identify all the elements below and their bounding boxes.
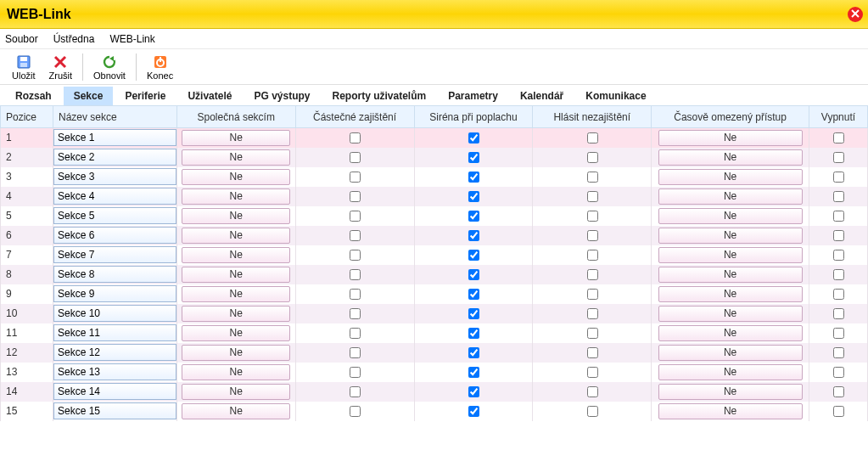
common-sections-button[interactable]: Ne xyxy=(182,345,290,361)
common-sections-button[interactable]: Ne xyxy=(182,267,290,283)
col-nazev[interactable]: Název sekce xyxy=(53,106,176,128)
col-pozice[interactable]: Pozice xyxy=(1,106,53,128)
disable-checkbox[interactable] xyxy=(833,289,844,300)
time-limited-access-button[interactable]: Ne xyxy=(658,247,803,263)
section-name-input[interactable] xyxy=(53,383,176,400)
refresh-button[interactable]: Obnovit xyxy=(87,52,132,82)
time-limited-access-button[interactable]: Ne xyxy=(658,149,803,166)
disable-checkbox[interactable] xyxy=(833,172,844,183)
siren-alarm-checkbox[interactable] xyxy=(468,367,479,378)
table-row[interactable]: 11NeNe xyxy=(1,323,868,343)
report-unarmed-checkbox[interactable] xyxy=(587,250,598,261)
time-limited-access-button[interactable]: Ne xyxy=(658,364,803,380)
disable-checkbox[interactable] xyxy=(833,230,844,241)
tab-parametry[interactable]: Parametry xyxy=(438,87,508,105)
section-name-input[interactable] xyxy=(53,344,176,361)
siren-alarm-checkbox[interactable] xyxy=(468,230,479,241)
partial-arm-checkbox[interactable] xyxy=(350,230,361,241)
common-sections-button[interactable]: Ne xyxy=(182,247,290,263)
section-name-input[interactable] xyxy=(53,324,176,341)
time-limited-access-button[interactable]: Ne xyxy=(658,286,803,302)
section-name-input[interactable] xyxy=(53,168,176,185)
report-unarmed-checkbox[interactable] xyxy=(587,367,598,378)
time-limited-access-button[interactable]: Ne xyxy=(658,188,803,205)
report-unarmed-checkbox[interactable] xyxy=(587,406,598,417)
menu-item-soubor[interactable]: Soubor xyxy=(5,33,38,45)
table-row[interactable]: 4NeNe xyxy=(1,187,868,206)
table-row[interactable]: 12NeNe xyxy=(1,343,868,363)
time-limited-access-button[interactable]: Ne xyxy=(658,130,803,146)
section-name-input[interactable] xyxy=(53,149,176,166)
partial-arm-checkbox[interactable] xyxy=(350,211,361,222)
time-limited-access-button[interactable]: Ne xyxy=(658,208,803,224)
partial-arm-checkbox[interactable] xyxy=(350,250,361,261)
table-row[interactable]: 14NeNe xyxy=(1,382,868,402)
disable-checkbox[interactable] xyxy=(833,191,844,202)
table-row[interactable]: 7NeNe xyxy=(1,245,868,265)
partial-arm-checkbox[interactable] xyxy=(350,406,361,417)
table-row[interactable]: 1NeNe xyxy=(1,128,868,148)
menu-item-ustredna[interactable]: Ústředna xyxy=(53,33,95,45)
col-vypnuti[interactable]: Vypnutí xyxy=(809,106,867,128)
table-row[interactable]: 9NeNe xyxy=(1,284,868,304)
tab-rozsah[interactable]: Rozsah xyxy=(5,87,62,105)
table-row[interactable]: 13NeNe xyxy=(1,363,868,382)
time-limited-access-button[interactable]: Ne xyxy=(658,169,803,185)
time-limited-access-button[interactable]: Ne xyxy=(658,228,803,244)
siren-alarm-checkbox[interactable] xyxy=(468,191,479,202)
disable-checkbox[interactable] xyxy=(833,406,844,417)
common-sections-button[interactable]: Ne xyxy=(182,169,290,185)
time-limited-access-button[interactable]: Ne xyxy=(658,384,803,400)
section-name-input[interactable] xyxy=(53,227,176,244)
cancel-button[interactable]: Zrušit xyxy=(42,52,80,82)
section-name-input[interactable] xyxy=(53,402,176,419)
tab-komunikace[interactable]: Komunikace xyxy=(575,87,656,105)
common-sections-button[interactable]: Ne xyxy=(182,325,290,341)
partial-arm-checkbox[interactable] xyxy=(350,386,361,397)
report-unarmed-checkbox[interactable] xyxy=(587,132,598,143)
partial-arm-checkbox[interactable] xyxy=(350,172,361,183)
disable-checkbox[interactable] xyxy=(833,250,844,261)
time-limited-access-button[interactable]: Ne xyxy=(658,306,803,322)
table-row[interactable]: 5NeNe xyxy=(1,206,868,226)
report-unarmed-checkbox[interactable] xyxy=(587,230,598,241)
disable-checkbox[interactable] xyxy=(833,211,844,222)
common-sections-button[interactable]: Ne xyxy=(182,306,290,322)
table-row[interactable]: 8NeNe xyxy=(1,265,868,284)
disable-checkbox[interactable] xyxy=(833,347,844,358)
siren-alarm-checkbox[interactable] xyxy=(468,269,479,280)
siren-alarm-checkbox[interactable] xyxy=(468,132,479,143)
tab-u-ivatel-[interactable]: Uživatelé xyxy=(177,87,242,105)
disable-checkbox[interactable] xyxy=(833,328,844,339)
tab-sekce[interactable]: Sekce xyxy=(64,87,114,105)
table-row[interactable]: 6NeNe xyxy=(1,226,868,245)
section-name-input[interactable] xyxy=(53,207,176,224)
report-unarmed-checkbox[interactable] xyxy=(587,269,598,280)
partial-arm-checkbox[interactable] xyxy=(350,269,361,280)
siren-alarm-checkbox[interactable] xyxy=(468,152,479,163)
siren-alarm-checkbox[interactable] xyxy=(468,347,479,358)
table-row[interactable]: 3NeNe xyxy=(1,167,868,187)
time-limited-access-button[interactable]: Ne xyxy=(658,267,803,283)
report-unarmed-checkbox[interactable] xyxy=(587,289,598,300)
common-sections-button[interactable]: Ne xyxy=(182,403,290,419)
siren-alarm-checkbox[interactable] xyxy=(468,308,479,319)
common-sections-button[interactable]: Ne xyxy=(182,384,290,400)
common-sections-button[interactable]: Ne xyxy=(182,130,290,146)
siren-alarm-checkbox[interactable] xyxy=(468,386,479,397)
section-name-input[interactable] xyxy=(53,285,176,302)
col-sirena[interactable]: Siréna při poplachu xyxy=(414,106,533,128)
common-sections-button[interactable]: Ne xyxy=(182,286,290,302)
tab-pg-v-stupy[interactable]: PG výstupy xyxy=(244,87,320,105)
section-name-input[interactable] xyxy=(53,363,176,380)
common-sections-button[interactable]: Ne xyxy=(182,188,290,205)
partial-arm-checkbox[interactable] xyxy=(350,289,361,300)
partial-arm-checkbox[interactable] xyxy=(350,367,361,378)
tab-periferie[interactable]: Periferie xyxy=(115,87,176,105)
siren-alarm-checkbox[interactable] xyxy=(468,250,479,261)
common-sections-button[interactable]: Ne xyxy=(182,208,290,224)
time-limited-access-button[interactable]: Ne xyxy=(658,345,803,361)
siren-alarm-checkbox[interactable] xyxy=(468,211,479,222)
disable-checkbox[interactable] xyxy=(833,367,844,378)
partial-arm-checkbox[interactable] xyxy=(350,328,361,339)
